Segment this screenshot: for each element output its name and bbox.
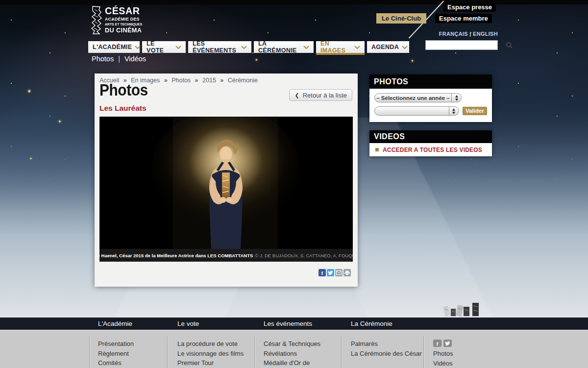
search-button[interactable] (506, 41, 513, 49)
footer-extra-links: Photos Vidéos (433, 349, 453, 368)
nav-item-label: LA CÉRÉMONIE (258, 40, 300, 54)
column-separator (167, 336, 168, 368)
language-switcher: FRANÇAIS | ENGLISH (439, 31, 498, 37)
footer-col-title-ceremonie[interactable]: La Cérémonie (351, 318, 392, 330)
facebook-icon: f (437, 341, 439, 346)
footer-link[interactable]: César & Techniques (264, 339, 320, 349)
share-print-button[interactable] (343, 269, 351, 276)
search-icon (506, 42, 513, 49)
cesar-trophy-icon (90, 5, 103, 35)
nav-item-academie[interactable]: L'ACADÉMIE (88, 41, 140, 53)
sidebar-videos-box: VIDEOS ACCEDER A TOUTES LES VIDEOS (369, 130, 492, 156)
breadcrumb-2015[interactable]: 2015 (202, 77, 216, 84)
photo-caption-credit: © J. DE BUJADOUX, S. CATTANEO, A. FOUQUE… (255, 253, 353, 258)
year-select-value: – Sélectionnez une année – (375, 95, 451, 101)
photo-figure: Adèle Haenel, César 2015 de la Meilleure… (99, 117, 353, 262)
chevron-left-icon: ❮ (294, 92, 299, 98)
footer-column-academie: Présentation Règlement Comités (98, 339, 134, 368)
footer-link[interactable]: Palmarès (351, 339, 422, 349)
footer-col-title-vote[interactable]: Le vote (177, 318, 199, 330)
footer-link[interactable]: Présentation (98, 339, 134, 349)
chevron-down-icon (135, 46, 141, 49)
star-sparkle-icon: ✦ (58, 119, 62, 124)
chevron-down-icon (175, 46, 181, 49)
share-email-button[interactable] (335, 269, 343, 276)
nav-item-label: AGENDA (371, 44, 399, 50)
footer-link[interactable]: Premier Tour (177, 358, 244, 368)
footer-link[interactable]: Médaille d'Or de (264, 358, 320, 368)
language-separator: | (469, 31, 471, 37)
footer-twitter-link[interactable] (443, 340, 452, 347)
language-english-link[interactable]: ENGLISH (473, 31, 498, 37)
nav-item-vote[interactable]: LE VOTE (142, 41, 186, 53)
event-select[interactable] (374, 106, 459, 116)
footer-link[interactable]: Comités (98, 358, 134, 368)
all-videos-link[interactable]: ACCEDER A TOUTES LES VIDEOS (369, 143, 492, 156)
subnav-photos-link[interactable]: Photos (92, 55, 114, 63)
back-button-label: Retour à la liste (303, 92, 347, 99)
logo-line-1: CÉSAR (105, 5, 142, 16)
subnav-videos-link[interactable]: Vidéos (124, 55, 146, 63)
valider-button[interactable]: Valider (463, 107, 487, 115)
sidebar-photos-box: PHOTOS – Sélectionnez une année – Valide… (369, 74, 492, 122)
breadcrumb-photos[interactable]: Photos (172, 77, 191, 84)
photo-caption: Adèle Haenel, César 2015 de la Meilleure… (99, 249, 353, 262)
nav-item-en-images[interactable]: EN IMAGES (316, 41, 365, 53)
nav-item-label: LES ÉVÉNEMENTS (193, 40, 238, 54)
espace-presse-link[interactable]: Espace presse (443, 2, 496, 12)
footer-link[interactable]: La procédure de vote (177, 339, 244, 349)
nav-item-ceremonie[interactable]: LA CÉRÉMONIE (254, 41, 314, 53)
twitter-icon (328, 270, 333, 275)
footer-link[interactable]: La Cérémonie des César (351, 349, 422, 359)
search-box (425, 40, 498, 50)
footer-link[interactable]: Le visionnage des films (177, 349, 244, 359)
videos-box-title: VIDEOS (369, 130, 492, 143)
top-strip (0, 0, 588, 4)
footer-facebook-link[interactable]: f (433, 340, 441, 347)
search-input[interactable] (426, 41, 506, 49)
star-sparkle-icon: ✦ (411, 59, 414, 63)
email-icon (336, 270, 342, 275)
footer-link[interactable]: Règlement (98, 349, 134, 359)
page-title: Photos (99, 80, 148, 99)
espace-membre-link[interactable]: Espace membre (435, 14, 492, 23)
footer-column-ceremonie: Palmarès La Cérémonie des César (351, 339, 422, 358)
footer-social: f (433, 340, 452, 347)
stepper-icon (451, 94, 461, 102)
footer-nav-bar: L'Académie Le vote Les événements La Cér… (0, 318, 588, 330)
logo-line-2: ACADÉMIE DES (105, 17, 142, 22)
breadcrumb-separator: » (164, 77, 168, 84)
language-francais-link[interactable]: FRANÇAIS (439, 31, 468, 37)
section-title: Les Lauréats (99, 104, 147, 113)
subnav-separator: | (118, 55, 120, 63)
cesar-trophies-image (442, 300, 487, 318)
footer-column-evenements: César & Techniques Révélations Médaille … (264, 339, 320, 368)
nav-item-evenements[interactable]: LES ÉVÉNEMENTS (188, 41, 251, 53)
column-separator (423, 336, 424, 368)
page: ✦ ✦ ✦ ✦ ✦ CÉSAR ACADÉMIE DES ARTS ET TEC… (0, 0, 588, 368)
back-to-list-button[interactable]: ❮ Retour à la liste (289, 89, 352, 101)
cesar-logo[interactable]: CÉSAR ACADÉMIE DES ARTS ET TECHNIQUES DU… (90, 5, 145, 35)
footer-col-title-evenements[interactable]: Les événements (264, 318, 312, 330)
share-facebook-button[interactable]: f (318, 269, 326, 276)
share-twitter-button[interactable] (327, 269, 334, 276)
print-icon (344, 270, 350, 275)
cine-club-link[interactable]: Le Ciné-Club (376, 13, 426, 24)
footer-column-vote: La procédure de vote Le visionnage des f… (177, 339, 244, 368)
year-select[interactable]: – Sélectionnez une année – (374, 93, 462, 102)
footer-col-title-academie[interactable]: L'Académie (98, 318, 132, 330)
share-buttons: f (318, 269, 351, 276)
logo-line-4: DU CINÉMA (105, 27, 142, 34)
photos-box-title: PHOTOS (369, 74, 492, 89)
chevron-down-icon (402, 46, 408, 49)
footer-videos-link[interactable]: Vidéos (433, 359, 453, 368)
footer-link[interactable]: Révélations (264, 349, 320, 359)
footer-photos-link[interactable]: Photos (433, 349, 453, 359)
subnav: Photos | Vidéos (92, 55, 146, 63)
logo-text: CÉSAR ACADÉMIE DES ARTS ET TECHNIQUES DU… (105, 5, 142, 33)
column-separator (341, 336, 342, 368)
star-sparkle-icon: ✦ (29, 157, 32, 161)
nav-item-label: EN IMAGES (320, 40, 351, 54)
nav-item-agenda[interactable]: AGENDA (367, 41, 409, 53)
breadcrumb-current: Cérémonie (228, 77, 258, 84)
